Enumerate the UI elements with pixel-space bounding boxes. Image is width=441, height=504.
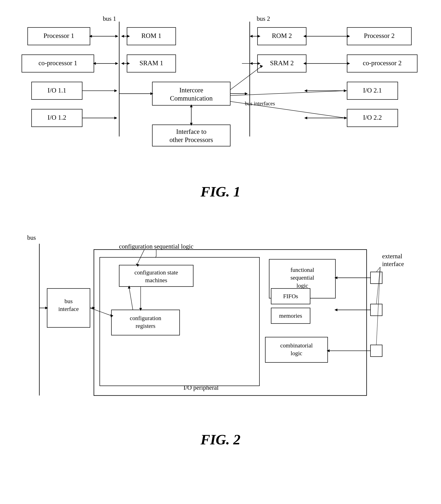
config-registers-label2: registers	[136, 323, 155, 329]
figures-container: bus 1 bus 2 Processor 1 ROM 1 ROM 2	[16, 12, 425, 464]
fifos-label: FIFOs	[283, 293, 298, 299]
svg-line-96	[376, 267, 380, 272]
coprocessor2-label: co-processor 2	[363, 59, 401, 67]
fig1-area: bus 1 bus 2 Processor 1 ROM 1 ROM 2	[16, 12, 425, 167]
io12-label: I/O 1.2	[47, 114, 66, 121]
svg-marker-24	[121, 62, 124, 65]
svg-marker-39	[114, 117, 117, 119]
sram2-label: SRAM 2	[270, 59, 294, 67]
config-registers-label: configuration	[130, 315, 161, 321]
processor1-label: Processor 1	[44, 32, 74, 39]
bus-interface-label2: interface	[58, 306, 79, 312]
bus-interface-label: bus	[64, 298, 73, 304]
svg-marker-53	[304, 117, 307, 119]
config-state-machines-label2: machines	[145, 277, 167, 283]
svg-marker-50	[304, 89, 307, 92]
svg-rect-86	[265, 337, 328, 362]
svg-marker-12	[250, 35, 253, 38]
interface-label: Interface to	[176, 128, 206, 135]
config-sequential-label: configuration sequential logic	[119, 243, 193, 250]
svg-marker-36	[114, 89, 117, 92]
functional-sequential-label3: logic	[297, 282, 308, 289]
io21-label: I/O 2.1	[363, 87, 382, 94]
svg-marker-4	[115, 35, 118, 38]
sram1-label: SRAM 1	[140, 59, 163, 67]
bus1-label: bus 1	[103, 15, 116, 22]
fig1-label: FIG. 1	[200, 183, 240, 200]
svg-rect-90	[371, 304, 382, 316]
fig2-label: FIG. 2	[200, 431, 240, 448]
interface-label2: other Processors	[170, 136, 213, 143]
external-interface-label2: interface	[382, 260, 404, 267]
external-interface-label: external	[382, 253, 402, 260]
memories-label: memories	[279, 312, 302, 319]
processor2-label: Processor 2	[364, 32, 395, 39]
svg-line-46	[230, 66, 261, 90]
functional-sequential-label2: sequential	[290, 274, 314, 281]
rom2-label: ROM 2	[272, 32, 292, 39]
svg-marker-55	[344, 89, 347, 92]
svg-rect-87	[371, 272, 382, 284]
svg-rect-93	[371, 345, 382, 356]
intercore-label: Intercore	[179, 86, 203, 94]
combinatorial-label: combinatorial	[280, 342, 313, 349]
svg-line-56	[230, 102, 345, 118]
io22-label: I/O 2.2	[363, 114, 382, 121]
functional-sequential-label: functional	[290, 267, 314, 273]
svg-marker-8	[121, 35, 124, 38]
bus2-label: bus 2	[257, 15, 270, 22]
coprocessor1-label: co-processor 1	[39, 59, 77, 67]
intercore-label2: Communication	[170, 95, 213, 102]
combinatorial-label2: logic	[291, 350, 302, 356]
bus-label: bus	[27, 234, 36, 241]
svg-marker-20	[115, 62, 118, 65]
svg-line-54	[230, 91, 345, 96]
config-state-machines-label: configuration state	[134, 269, 178, 276]
svg-marker-57	[344, 117, 347, 119]
io11-label: I/O 1.1	[47, 87, 66, 94]
svg-marker-44	[245, 92, 248, 95]
svg-rect-76	[111, 310, 180, 335]
fig2-area: bus bus interface I/O peripheral configu…	[16, 216, 425, 415]
rom1-label: ROM 1	[141, 32, 161, 39]
